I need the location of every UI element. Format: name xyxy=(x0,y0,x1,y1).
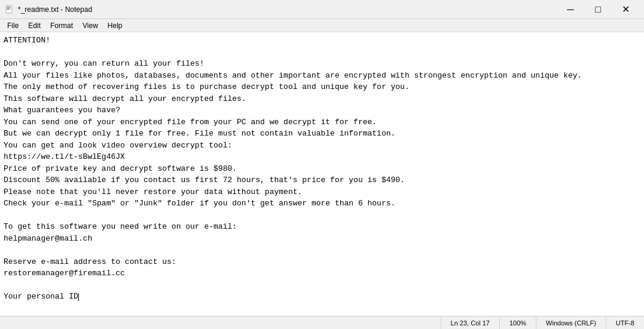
window-title: *_readme.txt - Notepad xyxy=(18,5,557,14)
menu-view[interactable]: View xyxy=(78,19,103,32)
menu-format[interactable]: Format xyxy=(45,19,78,32)
app-icon xyxy=(5,5,14,14)
close-button[interactable]: ✕ xyxy=(612,0,639,19)
zoom-level: 100% xyxy=(499,316,536,329)
encoding: UTF-8 xyxy=(606,316,644,329)
menu-edit[interactable]: Edit xyxy=(23,19,45,32)
status-bar: Ln 23, Col 17 100% Windows (CRLF) UTF-8 xyxy=(0,316,644,329)
minimize-button[interactable]: ─ xyxy=(557,0,584,19)
menu-bar: File Edit Format View Help xyxy=(0,19,644,32)
cursor-position: Ln 23, Col 17 xyxy=(441,316,499,329)
window-controls: ─ □ ✕ xyxy=(557,0,639,19)
svg-rect-3 xyxy=(7,9,10,10)
svg-rect-2 xyxy=(7,8,11,8)
maximize-button[interactable]: □ xyxy=(584,0,612,19)
title-bar: *_readme.txt - Notepad ─ □ ✕ xyxy=(0,0,644,19)
line-ending: Windows (CRLF) xyxy=(536,316,606,329)
menu-help[interactable]: Help xyxy=(103,19,127,32)
svg-rect-1 xyxy=(7,7,11,7)
text-editor[interactable]: ATTENTION! Don't worry, you can return a… xyxy=(0,32,644,316)
menu-file[interactable]: File xyxy=(2,19,23,32)
text-cursor xyxy=(78,293,79,301)
editor-container: ATTENTION! Don't worry, you can return a… xyxy=(0,32,644,316)
